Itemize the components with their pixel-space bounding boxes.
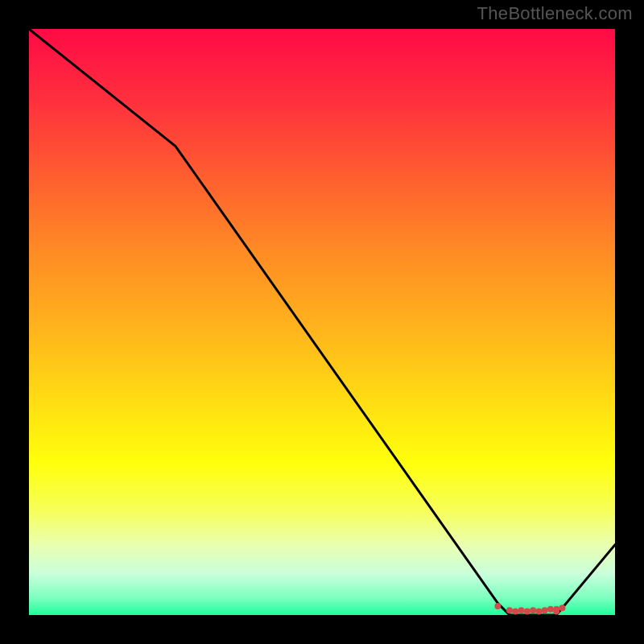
chart-container: TheBottleneck.com — [0, 0, 644, 644]
watermark-label: TheBottleneck.com — [477, 3, 633, 24]
plot-gradient-area — [29, 29, 615, 615]
